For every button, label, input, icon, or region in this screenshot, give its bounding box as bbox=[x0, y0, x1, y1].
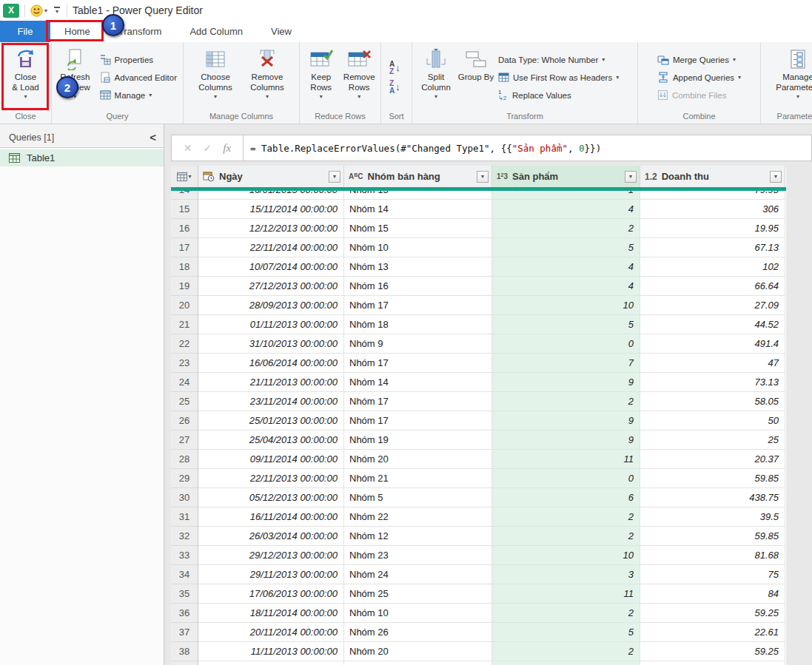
revenue-cell[interactable]: 19.95 bbox=[640, 219, 785, 238]
row-number-cell[interactable]: 15 bbox=[171, 200, 198, 219]
revenue-cell[interactable]: 25 bbox=[640, 431, 785, 450]
date-cell[interactable]: 29/11/2013 00:00:00 bbox=[198, 565, 344, 584]
keep-rows-button[interactable]: Keep Rows ▾ bbox=[302, 44, 340, 110]
row-number-cell[interactable]: 29 bbox=[171, 469, 198, 488]
group-cell[interactable]: Nhóm 5 bbox=[344, 488, 492, 507]
date-cell[interactable]: 23/11/2014 00:00:00 bbox=[198, 392, 344, 411]
revenue-cell[interactable]: 66.64 bbox=[640, 277, 785, 296]
product-cell[interactable]: 9 bbox=[492, 411, 640, 431]
close-and-load-button[interactable]: Close & Load ▾ bbox=[2, 44, 49, 110]
customize-toolbar-button[interactable]: ▾ bbox=[53, 7, 61, 15]
group-cell[interactable]: Nhóm 10 bbox=[344, 604, 492, 623]
date-cell[interactable]: 20/11/2014 00:00:00 bbox=[198, 623, 344, 642]
row-number-cell[interactable] bbox=[171, 661, 198, 665]
product-cell[interactable]: 6 bbox=[492, 488, 640, 507]
remove-columns-button[interactable]: Remove Columns ▾ bbox=[243, 44, 292, 110]
filter-button[interactable]: ▼ bbox=[625, 171, 637, 183]
cancel-formula-icon[interactable]: ✕ bbox=[184, 142, 192, 154]
date-cell[interactable]: 09/11/2014 00:00:00 bbox=[198, 450, 344, 469]
group-cell[interactable]: Nhóm 15 bbox=[344, 219, 492, 238]
group-cell[interactable]: Nhóm 19 bbox=[344, 431, 492, 450]
date-cell[interactable]: 15/11/2014 00:00:00 bbox=[198, 200, 344, 219]
row-number-cell[interactable]: 31 bbox=[171, 507, 198, 527]
date-cell[interactable]: 05/12/2013 00:00:00 bbox=[198, 488, 344, 507]
revenue-cell[interactable]: 73.13 bbox=[640, 373, 785, 392]
revenue-cell[interactable] bbox=[640, 661, 785, 665]
revenue-cell[interactable]: 44.52 bbox=[640, 315, 785, 334]
product-cell[interactable]: 9 bbox=[492, 373, 640, 392]
row-number-cell[interactable]: 38 bbox=[171, 642, 198, 661]
tab-home[interactable]: Home bbox=[50, 21, 104, 42]
revenue-cell[interactable]: 79.95 bbox=[640, 191, 785, 200]
advanced-editor-button[interactable]: Advanced Editor bbox=[96, 69, 181, 87]
filter-button[interactable]: ▼ bbox=[329, 171, 340, 183]
tab-file[interactable]: File bbox=[0, 21, 50, 42]
date-cell[interactable]: 25/04/2013 00:00:00 bbox=[198, 431, 344, 450]
column-header-decimal[interactable]: 1.2Doanh thu▼ bbox=[640, 166, 785, 187]
group-cell[interactable]: Nhóm 9 bbox=[344, 334, 492, 354]
date-cell[interactable] bbox=[198, 661, 344, 665]
date-cell[interactable]: 21/11/2013 00:00:00 bbox=[198, 373, 344, 392]
product-cell[interactable]: 5 bbox=[492, 238, 640, 257]
row-number-cell[interactable]: 32 bbox=[171, 527, 198, 546]
tab-add-column[interactable]: Add Column bbox=[175, 21, 257, 42]
row-number-cell[interactable]: 26 bbox=[171, 411, 198, 431]
filter-button[interactable]: ▼ bbox=[770, 171, 782, 183]
revenue-cell[interactable]: 59.25 bbox=[640, 604, 785, 623]
product-cell[interactable]: 2 bbox=[492, 642, 640, 661]
row-number-cell[interactable]: 34 bbox=[171, 565, 198, 584]
row-number-cell[interactable]: 22 bbox=[171, 334, 198, 354]
row-number-cell[interactable]: 21 bbox=[171, 315, 198, 334]
product-cell[interactable] bbox=[492, 661, 640, 665]
sort-descending-button[interactable]: Z A ↓ bbox=[389, 80, 400, 95]
date-cell[interactable]: 25/01/2013 00:00:00 bbox=[198, 411, 344, 431]
revenue-cell[interactable]: 59.85 bbox=[640, 469, 785, 488]
fx-icon[interactable]: fx bbox=[223, 142, 231, 155]
group-cell[interactable]: Nhóm 20 bbox=[344, 450, 492, 469]
group-cell[interactable]: Nhóm 10 bbox=[344, 238, 492, 257]
group-cell[interactable]: Nhóm 18 bbox=[344, 315, 492, 334]
revenue-cell[interactable]: 75 bbox=[640, 565, 785, 584]
product-cell[interactable]: 11 bbox=[492, 584, 640, 604]
revenue-cell[interactable]: 67.13 bbox=[640, 238, 785, 257]
column-header-number[interactable]: 123Sản phẩm▼ bbox=[492, 166, 640, 187]
date-cell[interactable]: 28/09/2013 00:00:00 bbox=[198, 296, 344, 315]
formula-input[interactable]: = Table.ReplaceErrorValues(#"Changed Typ… bbox=[244, 135, 812, 161]
group-cell[interactable]: Nhóm 25 bbox=[344, 584, 492, 604]
product-cell[interactable]: 7 bbox=[492, 354, 640, 373]
properties-button[interactable]: Properties bbox=[96, 51, 181, 69]
group-cell[interactable]: Nhóm 21 bbox=[344, 469, 492, 488]
date-cell[interactable]: 16/11/2014 00:00:00 bbox=[198, 507, 344, 527]
product-cell[interactable]: 4 bbox=[492, 277, 640, 296]
date-cell[interactable]: 31/10/2013 00:00:00 bbox=[198, 334, 344, 354]
revenue-cell[interactable]: 59.85 bbox=[640, 527, 785, 546]
row-number-cell[interactable]: 33 bbox=[171, 546, 198, 565]
group-cell[interactable]: Nhóm 23 bbox=[344, 546, 492, 565]
split-column-button[interactable]: Split Column ▾ bbox=[415, 44, 457, 110]
product-cell[interactable]: 0 bbox=[492, 334, 640, 354]
row-number-cell[interactable]: 25 bbox=[171, 392, 198, 411]
group-cell[interactable]: Nhóm 14 bbox=[344, 373, 492, 392]
group-cell[interactable]: Nhóm 24 bbox=[344, 565, 492, 584]
replace-values-button[interactable]: 1↳2 Replace Values bbox=[494, 87, 623, 104]
product-cell[interactable]: 3 bbox=[492, 565, 640, 584]
group-cell[interactable]: Nhóm 17 bbox=[344, 354, 492, 373]
row-number-cell[interactable]: 28 bbox=[171, 450, 198, 469]
row-number-cell[interactable]: 30 bbox=[171, 488, 198, 507]
product-cell[interactable]: 2 bbox=[492, 219, 640, 238]
date-cell[interactable]: 16/06/2014 00:00:00 bbox=[198, 354, 344, 373]
product-cell[interactable]: 1 bbox=[492, 191, 640, 200]
revenue-cell[interactable]: 39.5 bbox=[640, 507, 785, 527]
group-cell[interactable]: Nhóm 17 bbox=[344, 296, 492, 315]
product-cell[interactable]: 10 bbox=[492, 546, 640, 565]
product-cell[interactable]: 4 bbox=[492, 200, 640, 219]
collapse-pane-icon[interactable]: < bbox=[150, 131, 156, 144]
group-cell[interactable]: Nhóm 26 bbox=[344, 623, 492, 642]
row-number-cell[interactable]: 23 bbox=[171, 354, 198, 373]
group-cell[interactable]: Nhóm 22 bbox=[344, 507, 492, 527]
date-cell[interactable]: 22/11/2014 00:00:00 bbox=[198, 238, 344, 257]
revenue-cell[interactable]: 22.61 bbox=[640, 623, 785, 642]
refresh-preview-button[interactable]: Refresh Preview ▾ bbox=[54, 44, 96, 110]
query-item-table1[interactable]: Table1 bbox=[0, 149, 164, 166]
revenue-cell[interactable]: 306 bbox=[640, 200, 785, 219]
